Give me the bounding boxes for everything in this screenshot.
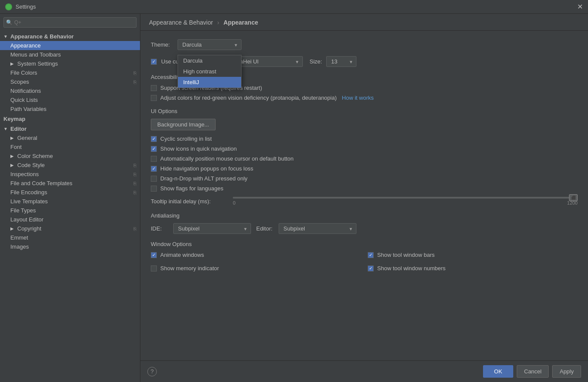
slider-thumb[interactable]: ⬛ bbox=[569, 194, 578, 201]
sidebar-item-label: Path Variables bbox=[10, 106, 47, 112]
sidebar-item-label: Code Style bbox=[17, 162, 45, 168]
dropdown-item-intellij[interactable]: IntelliJ bbox=[178, 77, 241, 88]
show-icons-checkbox[interactable]: ✓ bbox=[151, 146, 157, 152]
sidebar-item-images[interactable]: Images bbox=[0, 242, 140, 251]
show-icons-label: Show icons in quick navigation bbox=[160, 145, 237, 152]
sidebar-item-label: Images bbox=[10, 243, 29, 250]
help-button[interactable]: ? bbox=[147, 367, 157, 376]
animate-windows-checkbox[interactable]: ✓ bbox=[151, 252, 157, 258]
show-tool-window-bars-checkbox[interactable]: ✓ bbox=[368, 252, 374, 258]
sidebar-item-file-types[interactable]: File Types bbox=[0, 206, 140, 215]
sidebar-item-file-encodings[interactable]: File Encodings ⎘ bbox=[0, 188, 140, 197]
show-tool-window-numbers-checkbox[interactable]: ✓ bbox=[368, 265, 374, 272]
cyclic-scrolling-row: ✓ Cyclic scrolling in list bbox=[151, 136, 578, 142]
copy-icon: ⎘ bbox=[133, 172, 137, 177]
title-bar-left: Settings bbox=[5, 3, 36, 10]
breadcrumb: Appearance & Behavior › Appearance bbox=[140, 14, 588, 31]
show-tool-window-bars-label: Show tool window bars bbox=[377, 252, 435, 258]
chevron-right-icon: ▶ bbox=[10, 163, 16, 167]
app-icon bbox=[5, 3, 12, 10]
theme-select[interactable]: Darcula High contrast IntelliJ bbox=[178, 39, 242, 50]
drag-n-drop-checkbox[interactable] bbox=[151, 176, 157, 182]
sidebar-item-layout-editor[interactable]: Layout Editor bbox=[0, 215, 140, 224]
show-flags-row: Show flags for languages bbox=[151, 185, 578, 192]
slider-track-wrap: ⬛ 0 1200 bbox=[233, 197, 578, 205]
sidebar-item-inspections[interactable]: Inspections ⎘ bbox=[0, 170, 140, 179]
hide-nav-popups-label: Hide navigation popups on focus loss bbox=[160, 165, 253, 172]
ide-antialias-select[interactable]: Subpixel Greyscale No antialiasing bbox=[173, 223, 251, 234]
cyclic-scrolling-checkbox[interactable]: ✓ bbox=[151, 136, 157, 142]
slider-minmax: 0 1200 bbox=[233, 200, 578, 205]
show-icons-row: ✓ Show icons in quick navigation bbox=[151, 145, 578, 152]
sidebar-item-editor[interactable]: ▼ Editor bbox=[0, 124, 140, 133]
theme-row: Theme: Darcula High contrast IntelliJ ▼ … bbox=[151, 39, 578, 50]
use-custom-font-checkbox[interactable]: ✓ bbox=[151, 59, 157, 65]
dropdown-item-darcula[interactable]: Darcula bbox=[178, 55, 241, 66]
sidebar-item-emmet[interactable]: Emmet bbox=[0, 233, 140, 242]
sidebar-item-copyright[interactable]: ▶ Copyright ⎘ bbox=[0, 224, 140, 233]
sidebar-item-path-variables[interactable]: Path Variables bbox=[0, 104, 140, 114]
antialias-row: IDE: Subpixel Greyscale No antialiasing … bbox=[151, 223, 578, 234]
sidebar-item-quick-lists[interactable]: Quick Lists bbox=[0, 95, 140, 104]
sidebar-item-file-colors[interactable]: File Colors ⎘ bbox=[0, 68, 140, 77]
ok-button[interactable]: OK bbox=[483, 365, 513, 378]
copy-icon: ⎘ bbox=[133, 181, 137, 186]
sidebar-item-keymap[interactable]: Keymap bbox=[0, 114, 140, 123]
how-it-works-link[interactable]: How it works bbox=[342, 95, 374, 101]
search-icon: 🔍 bbox=[6, 19, 13, 25]
cancel-button[interactable]: Cancel bbox=[517, 365, 549, 378]
sidebar-item-label: File Encodings bbox=[10, 189, 47, 196]
sidebar-item-label: Font bbox=[10, 144, 22, 150]
adjust-colors-checkbox[interactable] bbox=[151, 95, 157, 101]
sidebar-item-color-scheme[interactable]: ▶ Color Scheme bbox=[0, 152, 140, 161]
close-button[interactable]: ✕ bbox=[577, 3, 583, 10]
size-label: Size: bbox=[310, 58, 322, 65]
auto-position-mouse-checkbox[interactable] bbox=[151, 156, 157, 162]
sidebar-item-label: Scopes bbox=[10, 79, 29, 85]
sidebar-item-font[interactable]: Font bbox=[0, 142, 140, 152]
sidebar-item-menus-toolbars[interactable]: Menus and Toolbars bbox=[0, 50, 140, 59]
hide-nav-popups-checkbox[interactable]: ✓ bbox=[151, 166, 157, 172]
show-tool-window-numbers-label: Show tool window numbers bbox=[377, 265, 445, 272]
tooltip-slider-section: Tooltip initial delay (ms): ⬛ 0 1200 bbox=[151, 197, 578, 205]
chevron-right-icon: ▶ bbox=[10, 136, 16, 140]
sidebar-item-label: Keymap bbox=[3, 116, 25, 122]
dropdown-item-high-contrast[interactable]: High contrast bbox=[178, 66, 241, 77]
sidebar-item-file-code-templates[interactable]: File and Code Templates ⎘ bbox=[0, 179, 140, 188]
show-memory-indicator-row: Show memory indicator bbox=[151, 265, 361, 272]
sidebar-item-general[interactable]: ▶ General bbox=[0, 133, 140, 142]
background-image-button[interactable]: Background Image... bbox=[151, 119, 216, 130]
copy-icon: ⎘ bbox=[133, 226, 137, 231]
copy-icon: ⎘ bbox=[133, 190, 137, 195]
sidebar-item-system-settings[interactable]: ▶ System Settings bbox=[0, 59, 140, 68]
search-box: 🔍 bbox=[3, 17, 137, 28]
show-memory-indicator-checkbox[interactable] bbox=[151, 265, 157, 272]
ui-options-section: UI Options Background Image... ✓ Cyclic … bbox=[151, 108, 578, 192]
show-flags-label: Show flags for languages bbox=[160, 185, 223, 192]
chevron-down-icon: ▼ bbox=[3, 34, 10, 39]
bottom-bar: ? OK Cancel Apply bbox=[140, 360, 588, 382]
apply-button[interactable]: Apply bbox=[552, 365, 581, 378]
window-options-grid: ✓ Animate windows ✓ Show tool window bar… bbox=[151, 252, 578, 275]
sidebar-item-notifications[interactable]: Notifications bbox=[0, 86, 140, 95]
adjust-colors-label: Adjust colors for red-green vision defic… bbox=[160, 95, 337, 101]
slider-track: ⬛ bbox=[233, 197, 578, 199]
sidebar-tree: ▼ Appearance & Behavior Appearance Menus… bbox=[0, 31, 140, 382]
size-select[interactable]: 13 12 14 16 bbox=[326, 56, 356, 67]
show-flags-checkbox[interactable] bbox=[151, 186, 157, 192]
sidebar-item-appearance-behavior[interactable]: ▼ Appearance & Behavior bbox=[0, 32, 140, 41]
support-screen-readers-checkbox[interactable] bbox=[151, 85, 157, 91]
sidebar-item-label: Appearance bbox=[10, 42, 41, 49]
sidebar-item-live-templates[interactable]: Live Templates bbox=[0, 197, 140, 206]
editor-antialias-select[interactable]: Subpixel Greyscale No antialiasing bbox=[279, 223, 356, 234]
sidebar-item-scopes[interactable]: Scopes ⎘ bbox=[0, 77, 140, 86]
chevron-right-icon: ▶ bbox=[10, 226, 16, 231]
main-layout: 🔍 ▼ Appearance & Behavior Appearance Men… bbox=[0, 14, 588, 382]
sidebar-item-appearance[interactable]: Appearance bbox=[0, 41, 140, 50]
animate-windows-label: Animate windows bbox=[160, 252, 204, 258]
sidebar-item-label: Emmet bbox=[10, 234, 28, 241]
slider-row: Tooltip initial delay (ms): ⬛ 0 1200 bbox=[151, 197, 578, 205]
sidebar-item-label: Notifications bbox=[10, 88, 41, 94]
sidebar-item-code-style[interactable]: ▶ Code Style ⎘ bbox=[0, 161, 140, 170]
search-input[interactable] bbox=[3, 17, 137, 28]
